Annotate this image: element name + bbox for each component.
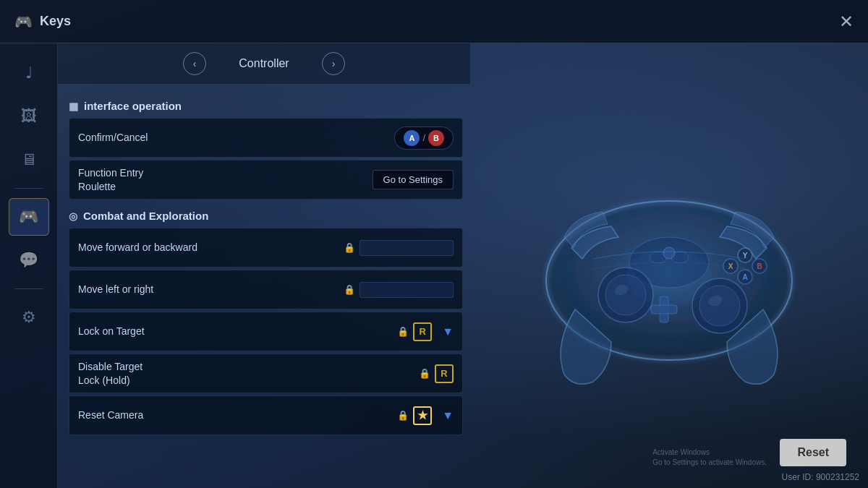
svg-text:B: B [757, 262, 762, 270]
section-header-interface: ▦ interface operation [69, 100, 463, 112]
main-area: ‹ Controller › ▦ interface operation Con… [58, 43, 868, 488]
keys-icon: 🎮 [14, 13, 33, 30]
svg-rect-9 [651, 305, 677, 314]
sidebar-item-settings[interactable]: ⚙ [9, 299, 49, 336]
r-badge-target: R [413, 322, 432, 341]
key-row-disable-target-lock[interactable]: Disable Target Lock (Hold) 🔒 R [69, 354, 463, 393]
top-bar: 🎮 Keys ✕ [0, 0, 868, 43]
sidebar-item-image[interactable]: 🖼 [9, 98, 49, 135]
reset-button[interactable]: Reset [780, 439, 846, 466]
sidebar-divider-1 [14, 188, 43, 189]
chevron-left-icon: ‹ [193, 58, 197, 69]
section-title-combat: Combat and Exploration [83, 210, 208, 222]
tab-navigation: ‹ Controller › [58, 43, 470, 85]
user-id-label: User ID: 900231252 [782, 472, 859, 482]
reset-camera-binding: 🔒 ★ ▼ [397, 406, 454, 425]
go-to-settings-button[interactable]: Go to Settings [373, 170, 454, 189]
key-bindings-list: ▦ interface operation Confirm/Cancel A /… [58, 85, 470, 488]
r-badge-disable: R [435, 364, 454, 383]
controller-svg: Y A X B [517, 143, 821, 389]
expand-icon-target[interactable]: ▼ [442, 325, 454, 338]
disable-target-lock-label: Disable Target Lock (Hold) [78, 360, 419, 386]
right-panel: Y A X B Reset [470, 43, 868, 488]
page-title-area: 🎮 Keys [14, 13, 71, 30]
lock-icon-target: 🔒 [397, 326, 409, 337]
move-forward-backward-label: Move forward or backward [78, 241, 344, 254]
lock-target-binding: 🔒 R ▼ [397, 322, 454, 341]
key-row-move-forward-backward[interactable]: Move forward or backward 🔒 [69, 228, 463, 267]
lock-icon-disable: 🔒 [419, 368, 430, 379]
reset-camera-label: Reset Camera [78, 408, 397, 421]
tab-prev-button[interactable]: ‹ [183, 52, 206, 75]
key-row-reset-camera[interactable]: Reset Camera 🔒 ★ ▼ [69, 395, 463, 435]
separator: / [422, 132, 425, 143]
confirm-cancel-label: Confirm/Cancel [78, 131, 394, 144]
key-row-function-entry-roulette[interactable]: Function Entry Roulette Go to Settings [69, 160, 463, 200]
confirm-cancel-binding: A / B [394, 127, 454, 150]
sidebar-item-controller[interactable]: 🎮 [9, 198, 49, 236]
sidebar-item-display[interactable]: 🖥 [9, 141, 49, 179]
sidebar-item-music[interactable]: ♩ [9, 54, 49, 92]
key-row-confirm-cancel[interactable]: Confirm/Cancel A / B [69, 118, 463, 158]
lock-icon-camera: 🔒 [397, 410, 409, 421]
r-badge-camera: ★ [413, 406, 432, 425]
sidebar-divider-2 [14, 288, 43, 289]
disable-target-binding: 🔒 R [419, 364, 454, 383]
function-entry-label: Function Entry Roulette [78, 166, 373, 192]
b-button-badge: B [428, 130, 444, 146]
left-panel: ‹ Controller › ▦ interface operation Con… [58, 43, 470, 488]
lock-on-target-label: Lock on Target [78, 325, 397, 338]
section-title-interface: interface operation [84, 100, 182, 112]
tab-title: Controller [221, 57, 307, 70]
svg-point-21 [626, 248, 712, 306]
sidebar: ♩ 🖼 🖥 🎮 💬 ⚙ [0, 43, 58, 488]
windows-activate-text: Activate Windows Go to Settings to activ… [652, 448, 767, 468]
page-title: Keys [40, 14, 71, 29]
chevron-right-icon: › [332, 58, 336, 69]
binding-bar-fwd [359, 240, 454, 256]
expand-icon-camera[interactable]: ▼ [442, 409, 454, 422]
binding-bar-lr [359, 282, 454, 298]
lock-icon-lr: 🔒 [344, 284, 355, 295]
function-entry-binding: Go to Settings [373, 170, 454, 189]
interface-section-icon: ▦ [69, 100, 78, 112]
key-row-move-left-right[interactable]: Move left or right 🔒 [69, 270, 463, 309]
svg-text:A: A [742, 273, 747, 281]
ab-badge: A / B [394, 127, 454, 150]
lock-icon-fwd: 🔒 [344, 242, 355, 253]
move-left-binding: 🔒 [344, 282, 454, 298]
move-left-right-label: Move left or right [78, 283, 344, 296]
tab-next-button[interactable]: › [322, 52, 345, 75]
move-forward-binding: 🔒 [344, 240, 454, 256]
sidebar-item-chat[interactable]: 💬 [9, 241, 49, 279]
a-button-badge: A [404, 130, 420, 146]
close-button[interactable]: ✕ [839, 12, 854, 32]
key-row-lock-on-target[interactable]: Lock on Target 🔒 R ▼ [69, 312, 463, 351]
combat-section-icon: ◎ [69, 210, 77, 222]
controller-visualization: Y A X B [517, 143, 821, 389]
section-header-combat: ◎ Combat and Exploration [69, 210, 463, 222]
